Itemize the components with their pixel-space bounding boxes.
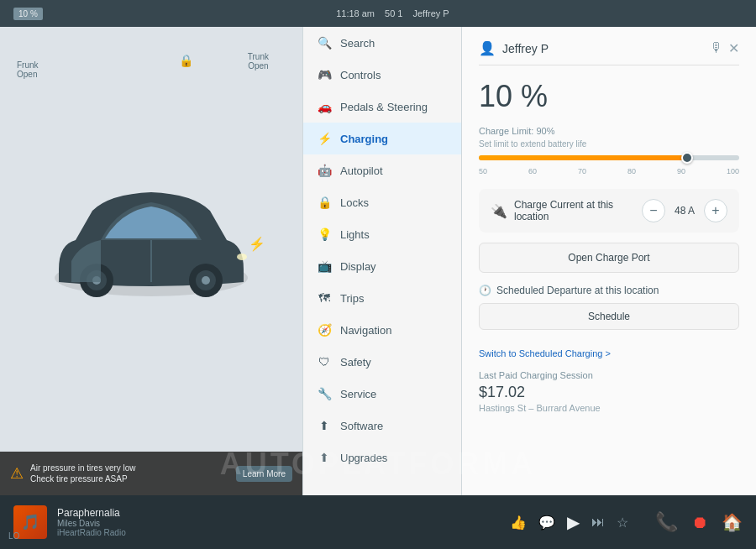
scheduled-label: Scheduled Departure at this location [496,285,659,296]
menu-label-navigation: Navigation [340,324,391,337]
charge-current-controls: − 48 A + [642,199,727,222]
frunk-label-text: Frunk [17,60,39,70]
menu-label-pedals: Pedals & Steering [340,101,428,113]
open-charge-port-button[interactable]: Open Charge Port [479,243,739,273]
last-session-title: Last Paid Charging Session [479,370,739,380]
charge-limit-label: Charge Limit: 90% [479,126,739,136]
battery-level: 10 % [13,8,43,20]
track-info: Paraphernalia Miles Davis iHeartRadio Ra… [57,507,491,537]
menu-item-controls[interactable]: 🎮 Controls [303,59,461,91]
left-panel: Frunk Open Trunk Open 🔒 [0,27,302,495]
last-session-amount: $17.02 [479,384,739,401]
trunk-label-text: Trunk [248,52,269,61]
car-svg: ⚡ [34,160,269,311]
menu-label-lights: Lights [340,228,370,241]
phone-button[interactable]: 📞 [655,511,678,533]
upgrades-icon: ⬆ [317,451,332,464]
menu-item-safety[interactable]: 🛡 Safety [303,346,461,378]
menu-label-locks: Locks [340,196,369,209]
charge-plug-icon: 🔌 [491,203,507,219]
svg-text:⚡: ⚡ [249,236,265,252]
close-icon[interactable]: ✕ [728,40,739,56]
menu-item-lights[interactable]: 💡 Lights [303,218,461,250]
status-bar-left: 10 % [13,8,43,20]
user-name: Jeffrey P [502,42,549,55]
switch-charging-link[interactable]: Switch to Scheduled Charging > [479,348,739,358]
navigation-icon: 🧭 [317,323,332,337]
charge-limit-sub: Set limit to extend battery life [479,139,739,149]
menu-label-software: Software [340,420,383,432]
menu-item-display[interactable]: 📺 Display [303,250,461,282]
record-button[interactable]: ⏺ [691,513,708,532]
alert-icon: ⚠ [10,464,24,483]
battery-percentage: 10 % [479,79,739,114]
menu-item-charging[interactable]: ⚡ Charging [303,123,461,154]
user-avatar-icon: 👤 [479,40,496,56]
user-actions: 🎙 ✕ [710,40,739,56]
pedals-icon: 🚗 [317,100,332,113]
service-icon: 🔧 [317,387,332,400]
decrease-button[interactable]: − [642,199,665,222]
slider-thumb[interactable] [681,152,693,164]
status-bar-center: 11:18 am 50 1 Jeffrey P [336,8,449,18]
software-icon: ⬆ [317,419,332,432]
volume-label: LO [8,531,19,541]
menu-label-trips: Trips [340,292,364,305]
search-icon: 🔍 [317,36,332,50]
last-session-section: Last Paid Charging Session $17.02 Hastin… [479,370,739,413]
track-source: iHeartRadio Radio [57,528,491,537]
play-button[interactable]: ▶ [567,512,580,532]
charging-icon: ⚡ [317,132,332,145]
safety-icon: 🛡 [317,355,332,369]
menu-label-service: Service [340,388,376,400]
track-artist: Miles Davis [57,519,491,528]
status-bar: 10 % 11:18 am 50 1 Jeffrey P [0,0,756,27]
menu-item-search[interactable]: 🔍 Search [303,27,461,59]
learn-more-button[interactable]: Learn More [236,466,292,482]
display-icon: 📺 [317,259,332,273]
skip-button[interactable]: ⏭ [591,515,605,530]
menu-item-service[interactable]: 🔧 Service [303,378,461,410]
locks-icon: 🔒 [317,196,332,209]
track-name: Paraphernalia [57,507,491,519]
menu-label-safety: Safety [340,356,371,369]
home-button[interactable]: 🏠 [722,512,743,532]
microphone-icon[interactable]: 🎙 [710,40,723,56]
menu-item-autopilot[interactable]: 🤖 Autopilot [303,154,461,186]
menu-item-upgrades[interactable]: ⬆ Upgrades [303,442,461,473]
bottom-bar: 🎵 Paraphernalia Miles Davis iHeartRadio … [0,495,756,549]
charge-current-value: 48 A [672,205,697,217]
like-button[interactable]: 👍 [510,515,527,531]
scheduled-departure-section: 🕐 Scheduled Departure at this location S… [479,285,739,338]
lock-icon: 🔒 [179,54,193,67]
svg-point-7 [202,276,210,285]
status-time: 11:18 am [336,8,375,18]
frunk-status: Frunk Open [17,60,39,79]
favorite-button[interactable]: ☆ [617,515,628,531]
controls-icon: 🎮 [317,68,332,81]
slider-fill [479,155,687,160]
charge-limit-slider[interactable]: 50 60 70 80 90 100 [479,155,739,175]
frunk-state-text: Open [17,70,39,79]
menu-item-navigation[interactable]: 🧭 Navigation [303,314,461,346]
menu-label-display: Display [340,260,376,273]
schedule-button[interactable]: Schedule [479,303,739,330]
menu-label-autopilot: Autopilot [340,165,383,177]
increase-button[interactable]: + [704,199,727,222]
user-header: 👤 Jeffrey P 🎙 ✕ [479,40,739,65]
menu-item-trips[interactable]: 🗺 Trips [303,282,461,314]
last-session-location: Hastings St – Burrard Avenue [479,403,739,413]
main-content: Frunk Open Trunk Open 🔒 [0,27,756,495]
charge-current-text: Charge Current at this location [514,199,635,222]
menu-label-controls: Controls [340,69,381,81]
player-controls: 👍 💬 ▶ ⏭ ☆ [510,512,628,532]
menu-item-software[interactable]: ⬆ Software [303,410,461,442]
menu-label-charging: Charging [340,133,388,145]
menu-item-pedals[interactable]: 🚗 Pedals & Steering [303,91,461,123]
clock-icon: 🕐 [479,285,491,296]
menu-item-locks[interactable]: 🔒 Locks [303,186,461,218]
slider-track [479,155,739,160]
comment-button[interactable]: 💬 [538,515,555,531]
trips-icon: 🗺 [317,291,332,305]
car-visualization: Frunk Open Trunk Open 🔒 [0,27,302,428]
